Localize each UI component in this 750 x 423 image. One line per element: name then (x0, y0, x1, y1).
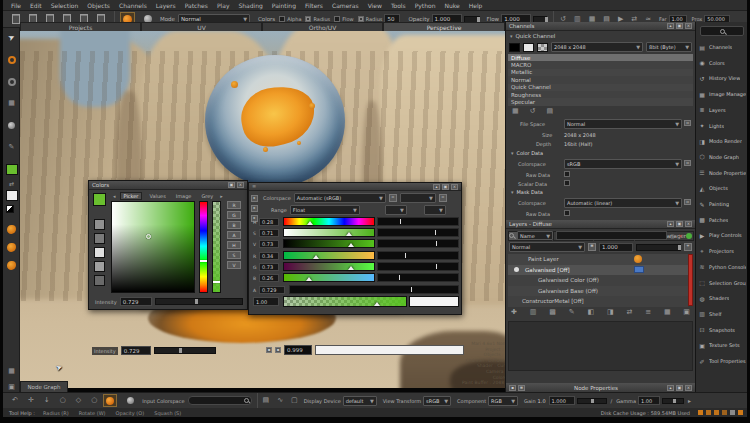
foreground-color-swatch[interactable] (6, 164, 18, 175)
status-indicator-icon[interactable] (738, 410, 743, 415)
default-colors-icon[interactable] (6, 205, 14, 213)
channel-swatch-white[interactable] (523, 43, 534, 52)
channel-swatch-alpha[interactable] (537, 43, 548, 52)
menu-objects[interactable]: Objects (87, 2, 110, 9)
status-indicator-icon[interactable] (706, 410, 711, 415)
gain-slider[interactable] (577, 398, 607, 404)
component-dropdown[interactable]: RGB▼ (488, 396, 518, 406)
layer-amount-field[interactable]: 1.000 (599, 243, 633, 252)
sync-channel-icon[interactable]: ↺ (530, 108, 536, 115)
add-layer-icon[interactable]: ✚ (511, 309, 517, 316)
saturation-value-picker[interactable] (111, 201, 195, 293)
duplicate-layer-icon[interactable]: ▥ (530, 309, 537, 316)
circle-tool-icon[interactable]: ○ (60, 397, 66, 404)
float-icon[interactable]: ▴ (667, 23, 674, 29)
display-device-dropdown[interactable]: default▼ (343, 396, 377, 406)
swatch-value-field[interactable]: 1.00 (253, 297, 279, 306)
dock-icon[interactable]: ▣ (442, 184, 449, 190)
input-colorspace-search[interactable] (188, 396, 252, 405)
paint-blob-icon-3[interactable] (6, 260, 17, 271)
sidebar-item-node-graph[interactable]: ⬡Node Graph (698, 150, 746, 164)
adjustment-layer-icon[interactable]: ◨ (607, 309, 614, 316)
palette-search-input[interactable] (700, 26, 744, 36)
sidebar-item-play-controls[interactable]: ▶Play Controls (698, 228, 746, 242)
select-tool-icon[interactable]: ➤ (4, 30, 19, 45)
s-numeric-box[interactable] (377, 228, 459, 237)
alpha-slider[interactable] (212, 201, 221, 293)
s-field[interactable]: 0.71 (259, 229, 279, 237)
component-b-button[interactable]: B (227, 221, 241, 229)
share-layer-icon[interactable]: ▦ (664, 309, 671, 316)
dock-icon[interactable]: ▣ (228, 182, 235, 188)
float-widget-button[interactable]: ▪ (275, 347, 281, 353)
sidebar-item-colors[interactable]: ◉Colors (698, 56, 746, 70)
sidebar-item-texture-sets[interactable]: ▣Texture Sets (698, 338, 746, 352)
mask-layer-icon[interactable]: ◧ (587, 309, 594, 316)
status-indicator-icon[interactable] (698, 410, 703, 415)
sidebar-item-image-manager[interactable]: ▦Image Manager (698, 87, 746, 101)
move-icon[interactable]: ✛ (28, 397, 34, 404)
add-adjustment-icon[interactable]: + (684, 243, 692, 251)
color-data-header[interactable]: Color Data (517, 150, 544, 156)
channel-depth-dropdown[interactable]: 8bit (Byte)▼ (646, 42, 692, 52)
history-swatch[interactable] (94, 233, 105, 244)
colors-tab-image[interactable]: Image (173, 193, 195, 199)
circle2-tool-icon[interactable]: ○ (91, 397, 97, 404)
tab-scroll-right-icon[interactable]: ▸ (220, 194, 223, 199)
layer-row-galvanised-color[interactable]: Galvanised Color (Off) (508, 275, 688, 286)
status-indicator-icon[interactable] (722, 410, 727, 415)
sidebar-item-node-properties[interactable]: ☰Node Properties (698, 166, 746, 180)
h-field[interactable]: 0.28 (259, 218, 279, 226)
sidebar-item-lights[interactable]: ✦Lights (698, 119, 746, 133)
floating-intensity-slider[interactable] (154, 347, 216, 354)
layer-row-paint-layer[interactable]: Paint Layer (508, 254, 688, 265)
sidebar-item-shaders[interactable]: ◍Shaders (698, 291, 746, 305)
colors-tab-values[interactable]: Values (146, 193, 168, 199)
panel-menu-icon[interactable]: ≡ (252, 184, 256, 189)
blend-mode-dropdown[interactable]: Normal▼ (509, 242, 585, 252)
mask-colorspace-dropdown[interactable]: Automatic (linear)▼ (564, 198, 682, 208)
undo-arrow-icon[interactable]: ↶ (12, 397, 18, 404)
channel-row-roughness[interactable]: Roughness (508, 91, 693, 98)
component-r-button[interactable]: R (227, 201, 241, 209)
close-icon[interactable]: × (451, 184, 458, 190)
menu-painting[interactable]: Painting (272, 2, 296, 9)
paint-blob-icon-1[interactable] (6, 224, 17, 235)
merge-layer-icon[interactable]: ⇄ (626, 309, 632, 316)
s-slider[interactable] (283, 228, 375, 237)
sidebar-item-history-view[interactable]: ↺History View (698, 71, 746, 85)
history-swatch[interactable] (94, 275, 105, 286)
side-button[interactable]: ▸ (251, 205, 258, 212)
sidebar-item-patches[interactable]: ▩Patches (698, 213, 746, 227)
down-arrow-icon[interactable]: ↓ (44, 397, 50, 404)
layers-search-input[interactable] (556, 231, 667, 240)
marquee-tool-icon[interactable]: ▦ (6, 98, 17, 109)
color-colorspace-dropdown[interactable]: sRGB▼ (564, 159, 682, 169)
menu-channels[interactable]: Channels (119, 2, 147, 9)
float-icon[interactable]: ▴ (433, 184, 440, 190)
float-icon[interactable]: ▴ (667, 221, 674, 227)
channel-row-metallic[interactable]: Metallic (508, 69, 693, 76)
transform-tool-icon[interactable] (6, 54, 17, 65)
sidebar-item-shelf[interactable]: ▥Shelf (698, 307, 746, 321)
float-widget-button[interactable]: ▪ (266, 347, 272, 353)
gain-field[interactable]: 1.000 (549, 396, 575, 405)
view-transform-dropdown[interactable]: sRGB▼ (423, 396, 451, 406)
colorspace-lock-icon[interactable]: ▫ (389, 194, 397, 202)
channel-row-normal[interactable]: Normal (508, 76, 693, 83)
blur-tool-icon[interactable] (6, 120, 17, 131)
menu-layers[interactable]: Layers (156, 2, 176, 9)
v-field[interactable]: 0.73 (259, 240, 279, 248)
gamma-slider[interactable] (662, 398, 684, 404)
colors-tab-grey[interactable]: Grey (198, 193, 216, 199)
history-swatch[interactable] (94, 247, 105, 258)
side-button[interactable]: ▸ (251, 195, 258, 202)
intensity-slider[interactable] (155, 298, 243, 305)
menu-edit[interactable]: Edit (30, 2, 42, 9)
menu-cameras[interactable]: Cameras (332, 2, 359, 9)
component-h-button[interactable]: H (227, 241, 241, 249)
menu-view[interactable]: View (368, 2, 382, 9)
pencil-tool-icon[interactable]: ✎ (6, 142, 17, 153)
sidebar-item-layers[interactable]: ≣Layers (698, 103, 746, 117)
range-aux-dropdown[interactable]: ▼ (385, 205, 407, 215)
